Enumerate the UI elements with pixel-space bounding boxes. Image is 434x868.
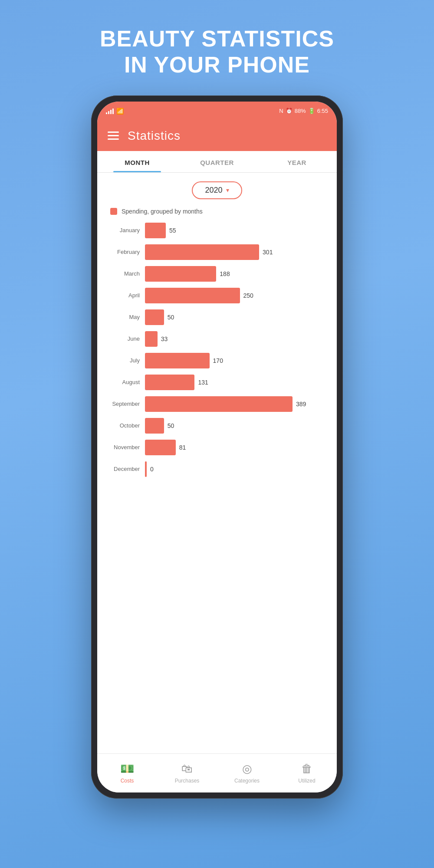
utilized-label: Utilized bbox=[298, 778, 315, 784]
bar-row: June33 bbox=[106, 331, 328, 347]
bar-chart: January55February301March188April250May5… bbox=[106, 223, 328, 477]
chart-legend: Spending, grouped by months bbox=[106, 208, 328, 215]
status-right: N ⏰ 88% 🔋 6:55 bbox=[279, 108, 328, 114]
bar-value-label: 0 bbox=[150, 466, 154, 473]
categories-icon: ◎ bbox=[242, 762, 252, 776]
purchases-icon: 🛍 bbox=[181, 762, 193, 776]
bar-fill bbox=[145, 440, 176, 455]
nav-item-purchases[interactable]: 🛍 Purchases bbox=[157, 758, 217, 788]
bar-row: May50 bbox=[106, 309, 328, 325]
bar-value-label: 50 bbox=[168, 314, 174, 321]
hero-line1: BEAUTY STATISTICS bbox=[100, 26, 334, 52]
bar-fill bbox=[145, 353, 210, 368]
status-bar: 📶 N ⏰ 88% 🔋 6:55 bbox=[97, 102, 337, 121]
bottom-nav: 💵 Costs 🛍 Purchases ◎ Categories 🗑 Utili… bbox=[97, 753, 337, 792]
phone-screen: 📶 N ⏰ 88% 🔋 6:55 Statistics MONTH QUART bbox=[97, 102, 337, 792]
bar-row: September389 bbox=[106, 396, 328, 412]
bar-label: July bbox=[106, 357, 145, 364]
app-header: Statistics bbox=[97, 121, 337, 151]
bar-fill bbox=[145, 418, 164, 434]
year-selector: 2020 ▾ bbox=[106, 181, 328, 199]
bar-label: December bbox=[106, 466, 145, 472]
costs-label: Costs bbox=[121, 778, 134, 784]
bar-fill bbox=[145, 396, 293, 412]
bar-value-label: 131 bbox=[198, 379, 208, 386]
categories-label: Categories bbox=[234, 778, 260, 784]
bar-row: July170 bbox=[106, 353, 328, 368]
bar-label: June bbox=[106, 335, 145, 342]
bar-container: 188 bbox=[145, 266, 328, 282]
tab-month[interactable]: MONTH bbox=[97, 151, 177, 172]
bar-label: August bbox=[106, 379, 145, 385]
bar-container: 389 bbox=[145, 396, 328, 412]
bar-container: 50 bbox=[145, 309, 328, 325]
bar-container: 301 bbox=[145, 244, 328, 260]
chevron-down-icon: ▾ bbox=[226, 187, 229, 194]
bar-row: April250 bbox=[106, 288, 328, 303]
chart-area: 2020 ▾ Spending, grouped by months Janua… bbox=[97, 173, 337, 753]
bar-value-label: 81 bbox=[179, 444, 186, 451]
year-dropdown[interactable]: 2020 ▾ bbox=[192, 181, 242, 199]
bar-label: November bbox=[106, 444, 145, 450]
hero-line2: IN YOUR PHONE bbox=[100, 52, 334, 78]
nfc-icon: N bbox=[279, 108, 283, 114]
tab-quarter[interactable]: QUARTER bbox=[177, 151, 257, 172]
purchases-label: Purchases bbox=[175, 778, 200, 784]
bar-row: March188 bbox=[106, 266, 328, 282]
nav-item-categories[interactable]: ◎ Categories bbox=[217, 758, 277, 788]
alarm-icon: ⏰ bbox=[286, 108, 293, 114]
bar-value-label: 50 bbox=[168, 422, 174, 429]
bar-value-label: 170 bbox=[213, 357, 223, 364]
bar-value-label: 55 bbox=[169, 227, 176, 234]
bar-fill bbox=[145, 223, 166, 238]
bar-row: January55 bbox=[106, 223, 328, 238]
signal-icon bbox=[106, 108, 114, 114]
bar-label: September bbox=[106, 401, 145, 407]
bar-container: 250 bbox=[145, 288, 328, 303]
bar-value-label: 301 bbox=[263, 249, 273, 256]
nav-item-costs[interactable]: 💵 Costs bbox=[97, 758, 157, 788]
bar-value-label: 33 bbox=[161, 335, 168, 342]
bar-fill bbox=[145, 288, 240, 303]
status-left: 📶 bbox=[106, 108, 124, 115]
bar-row: October50 bbox=[106, 418, 328, 434]
battery-icon: 🔋 bbox=[308, 108, 315, 114]
nav-item-utilized[interactable]: 🗑 Utilized bbox=[277, 758, 337, 788]
wifi-icon: 📶 bbox=[116, 108, 124, 115]
bar-label: February bbox=[106, 249, 145, 255]
legend-color-swatch bbox=[110, 208, 117, 215]
bar-value-label: 389 bbox=[296, 401, 306, 408]
bar-row: December0 bbox=[106, 461, 328, 477]
bar-container: 131 bbox=[145, 375, 328, 390]
costs-icon: 💵 bbox=[120, 762, 134, 776]
hamburger-menu[interactable] bbox=[108, 132, 119, 140]
bar-label: January bbox=[106, 227, 145, 233]
app-title: Statistics bbox=[128, 129, 181, 143]
bar-container: 50 bbox=[145, 418, 328, 434]
bar-container: 170 bbox=[145, 353, 328, 368]
tab-year[interactable]: YEAR bbox=[257, 151, 337, 172]
bar-row: February301 bbox=[106, 244, 328, 260]
bar-fill bbox=[145, 461, 147, 477]
bar-value-label: 188 bbox=[220, 270, 230, 277]
time: 6:55 bbox=[317, 108, 328, 114]
bar-container: 33 bbox=[145, 331, 328, 347]
battery-percent: 88% bbox=[295, 108, 306, 114]
bar-row: November81 bbox=[106, 440, 328, 455]
phone-frame: 📶 N ⏰ 88% 🔋 6:55 Statistics MONTH QUART bbox=[91, 95, 343, 799]
tab-bar: MONTH QUARTER YEAR bbox=[97, 151, 337, 173]
bar-label: May bbox=[106, 314, 145, 320]
utilized-icon: 🗑 bbox=[301, 762, 312, 776]
year-value: 2020 bbox=[205, 186, 222, 195]
bar-fill bbox=[145, 244, 259, 260]
bar-fill bbox=[145, 375, 194, 390]
bar-container: 0 bbox=[145, 461, 328, 477]
bar-label: March bbox=[106, 270, 145, 277]
hero-text: BEAUTY STATISTICS IN YOUR PHONE bbox=[100, 26, 334, 78]
legend-text: Spending, grouped by months bbox=[122, 208, 203, 215]
bar-container: 55 bbox=[145, 223, 328, 238]
bar-fill bbox=[145, 266, 216, 282]
bar-label: April bbox=[106, 292, 145, 299]
bar-container: 81 bbox=[145, 440, 328, 455]
bar-fill bbox=[145, 331, 158, 347]
